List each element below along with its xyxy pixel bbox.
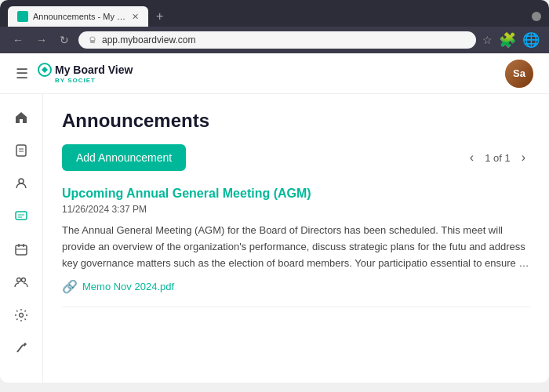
browser-toolbar: ← → ↻ app.myboardview.com ☆ 🧩 🌐 [0,27,549,53]
attachment-icon: 🔗 [62,279,78,294]
address-text: app.myboardview.com [102,34,195,45]
tab-bar: Announcements - My Board Vi... ✕ + [0,0,549,27]
sidebar-item-documents[interactable] [7,136,35,165]
toolbar-actions: ☆ 🧩 🌐 [482,31,540,49]
forward-button[interactable]: → [33,32,50,48]
window-collapse[interactable] [532,12,541,21]
logo-area: My Board View BY SOCIET [38,63,133,84]
sidebar-item-home[interactable] [7,103,35,132]
attachment-link[interactable]: 🔗 Memo Nov 2024.pdf [62,279,530,294]
main-content: Announcements Add Announcement ‹ 1 of 1 … [43,94,549,383]
new-tab-button[interactable]: + [153,6,166,27]
announcement-card: Upcoming Annual General Meeting (AGM) 11… [62,187,530,307]
tab-favicon [17,11,28,22]
extension-icon[interactable]: 🧩 [499,31,516,49]
sidebar-item-tools[interactable] [7,334,35,362]
next-page-button[interactable]: › [517,149,530,166]
svg-point-15 [17,278,21,282]
tab-title: Announcements - My Board Vi... [33,12,127,21]
announcement-body: The Annual General Meeting (AGM) for the… [62,223,530,271]
avatar[interactable]: Sa [505,60,533,88]
tab-close-button[interactable]: ✕ [132,12,139,22]
content-wrapper: ☰ My Board View BY SOCIET Sa [0,53,549,383]
lock-icon [88,35,97,45]
avatar-initials: Sa [513,67,525,79]
logo-brand: My Board View [55,64,133,76]
hamburger-menu[interactable]: ☰ [16,65,28,82]
announcement-title[interactable]: Upcoming Annual General Meeting (AGM) [62,187,530,201]
logo-icon [38,63,52,77]
app-body: Announcements Add Announcement ‹ 1 of 1 … [0,94,549,383]
svg-rect-4 [16,145,26,156]
sidebar-item-members[interactable] [7,169,35,198]
logo-subtitle: BY SOCIET [55,77,133,84]
action-row: Add Announcement ‹ 1 of 1 › [62,144,530,171]
announcement-date: 11/26/2024 3:37 PM [62,204,530,215]
refresh-button[interactable]: ↻ [56,32,72,48]
prev-page-button[interactable]: ‹ [465,149,478,166]
sidebar [0,94,43,383]
active-tab[interactable]: Announcements - My Board Vi... ✕ [8,6,148,27]
svg-point-17 [20,314,24,318]
pagination-info: 1 of 1 [485,152,511,164]
sidebar-item-team[interactable] [7,268,35,296]
svg-rect-11 [16,245,27,255]
star-icon[interactable]: ☆ [482,34,493,46]
svg-rect-2 [90,40,95,43]
window-controls [532,12,541,21]
app-header: ☰ My Board View BY SOCIET Sa [0,53,549,94]
add-announcement-button[interactable]: Add Announcement [62,144,186,171]
svg-rect-0 [19,13,27,20]
back-button[interactable]: ← [9,32,27,48]
svg-line-18 [17,345,23,352]
page-title: Announcements [62,110,530,132]
sidebar-item-announcements[interactable] [7,202,35,230]
header-left: ☰ My Board View BY SOCIET [16,63,133,84]
sidebar-item-calendar[interactable] [7,235,35,263]
avatar-image: Sa [505,60,533,88]
header-right: Sa [505,60,533,88]
browser-chrome: Announcements - My Board Vi... ✕ + ← → ↻… [0,0,549,53]
svg-rect-8 [16,212,27,220]
app-container: ☰ My Board View BY SOCIET Sa [0,53,549,383]
logo-text: My Board View [38,63,133,77]
attachment-name: Memo Nov 2024.pdf [82,281,174,292]
svg-point-7 [19,179,24,183]
profile-icon[interactable]: 🌐 [522,31,540,49]
svg-point-16 [22,278,26,282]
address-bar[interactable]: app.myboardview.com [78,31,476,49]
pagination: ‹ 1 of 1 › [465,149,530,166]
sidebar-item-settings[interactable] [7,301,35,329]
